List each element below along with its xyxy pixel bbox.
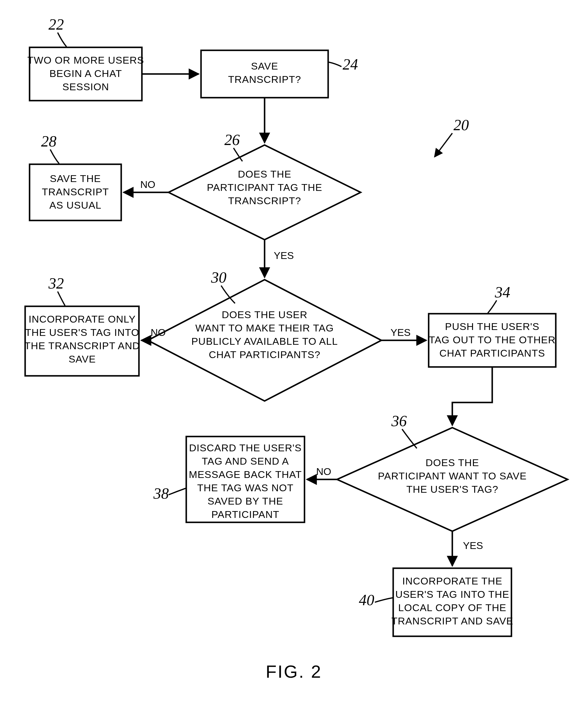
node-32-line2: THE USER'S TAG INTO (25, 327, 139, 338)
node-36-line3: THE USER'S TAG? (406, 483, 498, 495)
ref-36: 36 (391, 412, 407, 429)
ref-24: 24 (343, 56, 358, 73)
node-30-line2: WANT TO MAKE THEIR TAG (195, 322, 334, 334)
node-38-line6: PARTICIPANT (211, 509, 279, 520)
node-38-line2: TAG AND SEND A (202, 456, 289, 467)
lead-28 (50, 149, 59, 164)
ref-28: 28 (41, 133, 57, 150)
lead-38 (169, 488, 186, 495)
node-26-line1: DOES THE (238, 168, 291, 180)
ref-22: 22 (48, 16, 64, 33)
node-34-line3: CHAT PARTICIPANTS (439, 347, 545, 359)
node-28-line2: TRANSCRIPT (42, 186, 109, 197)
node-30-line3: PUBLICLY AVAILABLE TO ALL (191, 336, 338, 347)
node-36-line2: PARTICIPANT WANT TO SAVE (378, 470, 526, 481)
ref-34: 34 (494, 284, 510, 301)
node-38-line1: DISCARD THE USER'S (189, 442, 302, 453)
edge-34-36 (452, 367, 492, 425)
lead-22 (58, 33, 67, 47)
lead-20 (435, 133, 452, 157)
node-24-line1: SAVE (251, 60, 278, 72)
lead-36 (402, 429, 417, 448)
node-26-line3: TRANSCRIPT? (228, 195, 301, 206)
node-40-line2: USER'S TAG INTO THE (395, 588, 509, 600)
node-34-line2: TAG OUT TO THE OTHER (429, 334, 556, 345)
ref-38: 38 (153, 485, 169, 502)
node-38-line3: MESSAGE BACK THAT (189, 469, 302, 480)
node-40-line4: TRANSCRIPT AND SAVE (392, 615, 514, 627)
edge-36-38-label: NO (316, 466, 331, 477)
node-32-line3: THE TRANSCRIPT AND (25, 340, 140, 351)
ref-30: 30 (211, 269, 226, 286)
node-40-line1: INCORPORATE THE (402, 575, 503, 586)
node-40-line3: LOCAL COPY OF THE (398, 602, 506, 613)
node-28-line1: SAVE THE (50, 173, 101, 184)
node-32-line1: INCORPORATE ONLY (29, 313, 136, 325)
edge-26-28-label: NO (140, 179, 155, 190)
lead-34 (488, 300, 497, 313)
node-30-line4: CHAT PARTICIPANTS? (209, 349, 321, 360)
flowchart-figure: TWO OR MORE USERS BEGIN A CHAT SESSION S… (0, 0, 588, 707)
ref-32: 32 (48, 275, 64, 292)
node-32-line4: SAVE (69, 354, 96, 365)
node-38-line5: SAVED BY THE (208, 495, 283, 507)
figure-label: FIG. 2 (266, 662, 322, 681)
edge-30-34-label: YES (391, 327, 411, 338)
ref-20: 20 (453, 116, 469, 133)
node-22-line1: TWO OR MORE USERS (28, 55, 144, 66)
edge-30-32-label: NO (151, 327, 166, 338)
node-30-line1: DOES THE USER (222, 309, 307, 320)
node-26-line2: PARTICIPANT TAG THE (207, 182, 323, 193)
lead-24 (329, 62, 341, 67)
ref-40: 40 (359, 592, 374, 608)
node-34-line1: PUSH THE USER'S (445, 321, 539, 332)
edge-26-30-label: YES (274, 250, 294, 261)
node-38-line4: THE TAG WAS NOT (197, 482, 294, 493)
node-28-line3: AS USUAL (49, 199, 101, 211)
lead-32 (58, 292, 65, 306)
ref-26: 26 (224, 131, 240, 148)
node-22-line3: SESSION (62, 81, 109, 92)
edge-36-40-label: YES (463, 540, 483, 551)
node-36-line1: DOES THE (426, 457, 479, 468)
lead-40 (375, 598, 393, 602)
node-22-line2: BEGIN A CHAT (49, 68, 122, 79)
node-24-line2: TRANSCRIPT? (228, 74, 301, 85)
